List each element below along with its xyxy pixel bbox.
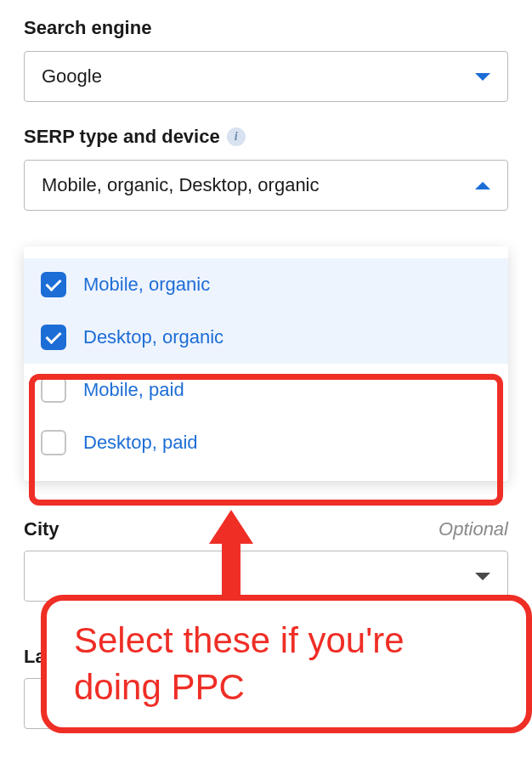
- chevron-up-icon: [475, 182, 490, 189]
- serp-type-label-text: SERP type and device: [24, 126, 220, 148]
- serp-type-select[interactable]: Mobile, organic, Desktop, organic: [24, 160, 508, 211]
- search-engine-value: Google: [42, 65, 102, 88]
- search-engine-select[interactable]: Google: [24, 51, 508, 102]
- serp-type-label: SERP type and device i: [24, 126, 508, 148]
- annotation-arrow: [209, 510, 253, 603]
- option-mobile-organic[interactable]: Mobile, organic: [24, 258, 508, 311]
- annotation-callout: Select these if you're doing PPC: [41, 595, 532, 733]
- search-engine-label: Search engine: [24, 17, 508, 39]
- checkbox-mobile-organic[interactable]: [41, 272, 66, 297]
- city-label: City: [24, 518, 59, 540]
- annotation-highlight-box: [29, 374, 503, 506]
- option-label: Mobile, organic: [83, 274, 210, 296]
- chevron-down-icon: [475, 73, 490, 81]
- city-select[interactable]: [24, 551, 508, 602]
- annotation-text: Select these if you're doing PPC: [74, 618, 499, 710]
- checkbox-desktop-organic[interactable]: [41, 325, 66, 350]
- chevron-down-icon: [475, 573, 490, 580]
- option-desktop-organic[interactable]: Desktop, organic: [24, 311, 508, 364]
- info-icon[interactable]: i: [227, 127, 246, 146]
- city-optional-label: Optional: [439, 518, 508, 540]
- serp-type-value: Mobile, organic, Desktop, organic: [42, 174, 320, 196]
- option-label: Desktop, organic: [83, 326, 224, 348]
